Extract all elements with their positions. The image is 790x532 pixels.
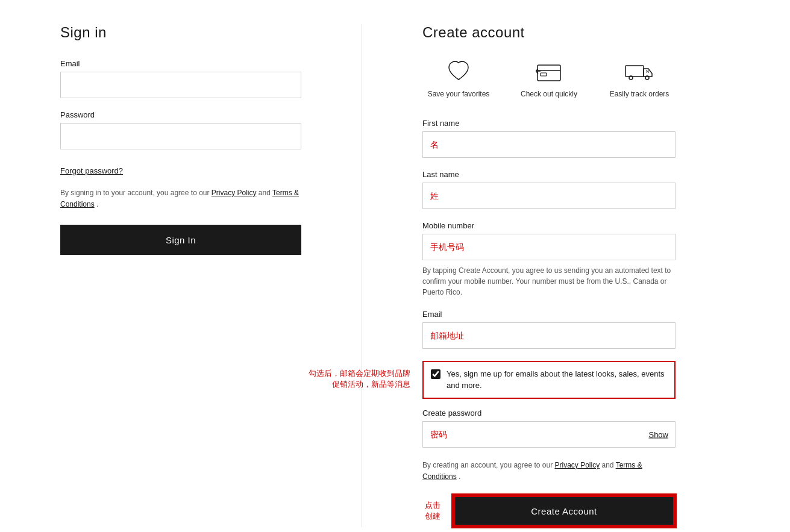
- email-signup-checkbox-row: Yes, sign me up for emails about the lat…: [422, 361, 676, 399]
- mobile-label: Mobile number: [422, 221, 676, 230]
- create-password-input[interactable]: [422, 421, 676, 448]
- benefit-favorites: Save your favorites: [422, 59, 495, 99]
- checkbox-section: Yes, sign me up for emails about the lat…: [422, 361, 676, 399]
- create-account-section: Create account Save your favorites: [422, 24, 676, 527]
- mobile-group: Mobile number By tapping Create Account,…: [422, 221, 676, 298]
- benefit-tracking-label: Easily track orders: [610, 89, 669, 99]
- section-divider: [362, 24, 362, 527]
- create-account-title: Create account: [422, 24, 676, 41]
- email-label: Email: [60, 59, 301, 68]
- show-password-button[interactable]: Show: [648, 430, 668, 439]
- create-account-button[interactable]: Create Account: [454, 496, 674, 526]
- create-password-label: Create password: [422, 408, 676, 418]
- password-label: Password: [60, 110, 301, 119]
- benefit-checkout-label: Check out quickly: [521, 89, 577, 99]
- signin-email-input[interactable]: [60, 72, 301, 98]
- checkbox-annotation: 勾选后，邮箱会定期收到品牌促销活动，新品等消息: [302, 368, 410, 390]
- mobile-input[interactable]: [422, 234, 676, 260]
- create-btn-row: 点击创建 Create Account: [422, 495, 676, 527]
- svg-rect-4: [625, 66, 644, 77]
- signin-button[interactable]: Sign In: [60, 225, 301, 255]
- card-icon: [534, 59, 564, 83]
- ca-email-input[interactable]: [422, 322, 676, 349]
- signin-terms: By signing in to your account, you agree…: [60, 187, 301, 210]
- firstname-group: First name: [422, 119, 676, 158]
- ca-terms: By creating an account, you agree to our…: [422, 460, 676, 483]
- forgot-password-link[interactable]: Forgot password?: [60, 166, 123, 175]
- svg-text:N: N: [646, 69, 649, 74]
- lastname-label: Last name: [422, 170, 676, 179]
- signin-privacy-link[interactable]: Privacy Policy: [212, 189, 257, 197]
- benefit-checkout: Check out quickly: [513, 59, 585, 99]
- lastname-input[interactable]: [422, 183, 676, 209]
- firstname-input[interactable]: [422, 131, 676, 158]
- ca-email-label: Email: [422, 310, 676, 319]
- password-group: Password: [60, 110, 301, 149]
- firstname-label: First name: [422, 119, 676, 128]
- mobile-hint: By tapping Create Account, you agree to …: [422, 265, 676, 298]
- truck-icon: N: [624, 59, 654, 83]
- signin-section: Sign in Email Password Forgot password? …: [60, 24, 301, 527]
- ca-privacy-link[interactable]: Privacy Policy: [554, 461, 600, 469]
- email-group: Email: [60, 59, 301, 98]
- signin-password-input[interactable]: [60, 123, 301, 149]
- ca-email-group: Email: [422, 310, 676, 349]
- email-signup-checkbox[interactable]: [431, 369, 440, 379]
- svg-rect-2: [541, 73, 547, 76]
- lastname-group: Last name: [422, 170, 676, 209]
- create-annotation: 点击创建: [422, 500, 440, 522]
- heart-icon: [444, 59, 474, 83]
- benefit-tracking: N Easily track orders: [603, 59, 676, 99]
- password-wrapper: Show: [422, 421, 676, 448]
- signin-title: Sign in: [60, 24, 301, 41]
- benefit-favorites-label: Save your favorites: [428, 89, 490, 99]
- email-signup-label: Yes, sign me up for emails about the lat…: [447, 368, 667, 392]
- benefits-row: Save your favorites Check out quickly: [422, 59, 676, 99]
- create-password-group: Create password Show: [422, 408, 676, 448]
- create-btn-wrapper: Create Account: [453, 495, 676, 527]
